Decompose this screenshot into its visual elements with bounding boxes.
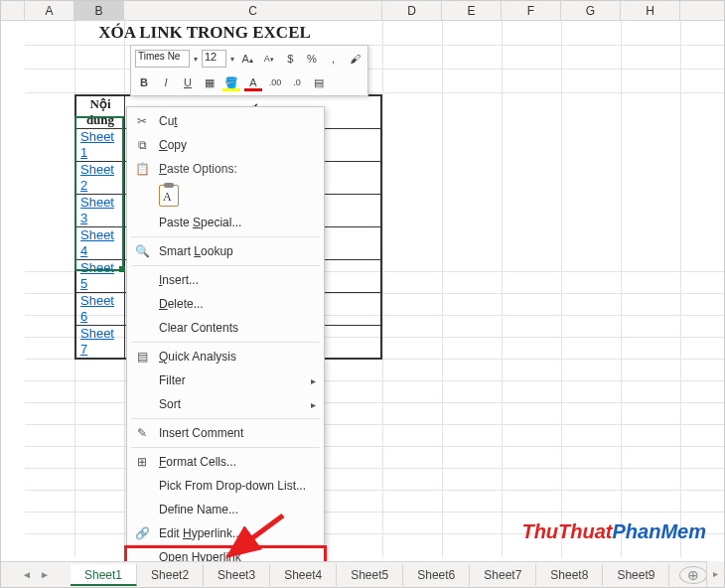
link-sheet5: Sheet 5 (80, 260, 114, 291)
format-cells-icon: ⊞ (133, 455, 151, 469)
link-sheet4: Sheet 4 (80, 227, 114, 258)
bold-button[interactable]: B (135, 74, 153, 91)
mini-toolbar: Times Ne▾ 12▾ A▴ A▾ $ % , 🖌 B I U ▦ 🪣 A … (130, 45, 368, 96)
sheet-tab-sheet9[interactable]: Sheet9 (603, 564, 669, 586)
menu-clear-contents[interactable]: Clear Contents (127, 316, 324, 340)
col-header-D[interactable]: D (382, 1, 442, 20)
decrease-decimal-icon[interactable]: .0 (288, 74, 306, 91)
increase-font-icon[interactable]: A▴ (238, 50, 256, 68)
col-header-C[interactable]: C (124, 1, 382, 20)
sheet-tab-bar: ◄► Sheet1Sheet2Sheet3Sheet4Sheet5Sheet6S… (1, 561, 724, 587)
percent-format-icon[interactable]: % (303, 50, 321, 68)
sheet-tab-sheet1[interactable]: Sheet1 (71, 564, 137, 586)
menu-insert[interactable]: Insert... (127, 268, 324, 292)
sheet-title: XÓA LINK TRONG EXCEL (78, 23, 331, 43)
new-sheet-button[interactable]: ⊕ (679, 566, 707, 584)
insert-comment-icon: ✎ (133, 426, 151, 440)
menu-pick-dropdown[interactable]: Pick From Drop-down List... (127, 474, 324, 498)
menu-paste-special[interactable]: Paste Special... (127, 211, 324, 234)
font-color-icon[interactable]: A (244, 74, 262, 91)
fill-color-icon[interactable]: 🪣 (222, 74, 240, 91)
font-size-combo[interactable]: 12 (202, 50, 227, 68)
context-menu: ✂Cut⧉Copy📋Paste Options:APaste Special..… (126, 106, 325, 588)
col-header-B[interactable]: B (74, 1, 124, 20)
menu-sort[interactable]: Sort (127, 392, 324, 416)
select-all-corner[interactable] (1, 1, 25, 20)
col-header-G[interactable]: G (561, 1, 621, 20)
edit-hyperlink-icon: 🔗 (133, 526, 151, 540)
menu-paste-values[interactable]: A (127, 181, 324, 211)
sheet-tab-sheet8[interactable]: Sheet8 (536, 564, 603, 586)
increase-decimal-icon[interactable]: .00 (266, 74, 284, 91)
accounting-format-icon[interactable]: $ (282, 50, 300, 68)
borders-icon[interactable]: ▦ (201, 74, 218, 91)
column-headers: A B C D E F G H (1, 1, 724, 21)
link-sheet2: Sheet 2 (80, 162, 114, 193)
th-noidung: Nội dung (76, 96, 125, 129)
col-header-F[interactable]: F (502, 1, 561, 20)
col-header-E[interactable]: E (442, 1, 502, 20)
font-name-combo[interactable]: Times Ne (135, 50, 190, 68)
tab-nav[interactable]: ◄► (1, 569, 71, 580)
link-sheet7: Sheet 7 (80, 326, 114, 357)
italic-button[interactable]: I (157, 74, 175, 91)
link-sheet6: Sheet 6 (80, 293, 114, 324)
underline-button[interactable]: U (179, 74, 197, 91)
col-header-A[interactable]: A (25, 1, 74, 20)
copy-icon: ⧉ (133, 138, 151, 152)
menu-smart-lookup[interactable]: 🔍Smart Lookup (127, 239, 324, 263)
decrease-font-icon[interactable]: A▾ (260, 50, 278, 68)
format-painter-icon[interactable]: 🖌 (346, 50, 363, 68)
menu-copy[interactable]: ⧉Copy (127, 133, 324, 157)
comma-format-icon[interactable]: , (325, 50, 343, 68)
menu-insert-comment[interactable]: ✎Insert Comment (127, 421, 324, 445)
col-header-H[interactable]: H (621, 1, 680, 20)
paste-options-icon: 📋 (133, 162, 151, 176)
sheet-tab-sheet4[interactable]: Sheet4 (270, 564, 337, 586)
link-sheet1: Sheet 1 (80, 129, 114, 160)
menu-format-cells[interactable]: ⊞Format Cells... (127, 450, 324, 474)
tab-scroll-right[interactable]: ▸ (706, 561, 724, 587)
sheet-tab-sheet2[interactable]: Sheet2 (137, 564, 204, 586)
menu-edit-hyperlink[interactable]: 🔗Edit Hyperlink... (127, 521, 324, 545)
sheet-tab-sheet7[interactable]: Sheet7 (470, 564, 536, 586)
sheet-tab-sheet3[interactable]: Sheet3 (204, 564, 270, 586)
menu-filter[interactable]: Filter (127, 368, 324, 392)
menu-define-name[interactable]: Define Name... (127, 498, 324, 521)
link-sheet3: Sheet 3 (80, 195, 114, 225)
cut-icon: ✂ (133, 114, 151, 128)
sheet-tab-sheet6[interactable]: Sheet6 (403, 564, 470, 586)
merge-center-icon[interactable]: ▤ (310, 74, 328, 91)
menu-delete[interactable]: Delete... (127, 292, 324, 316)
paste-values-icon[interactable]: A (159, 185, 179, 207)
menu-cut[interactable]: ✂Cut (127, 109, 324, 133)
sheet-tab-sheet5[interactable]: Sheet5 (337, 564, 403, 586)
quick-analysis-icon: ▤ (133, 350, 151, 364)
smart-lookup-icon: 🔍 (133, 244, 151, 258)
menu-quick-analysis[interactable]: ▤Quick Analysis (127, 345, 324, 368)
watermark: ThuThuatPhanMem (521, 520, 706, 543)
menu-paste-options: 📋Paste Options: (127, 157, 324, 181)
